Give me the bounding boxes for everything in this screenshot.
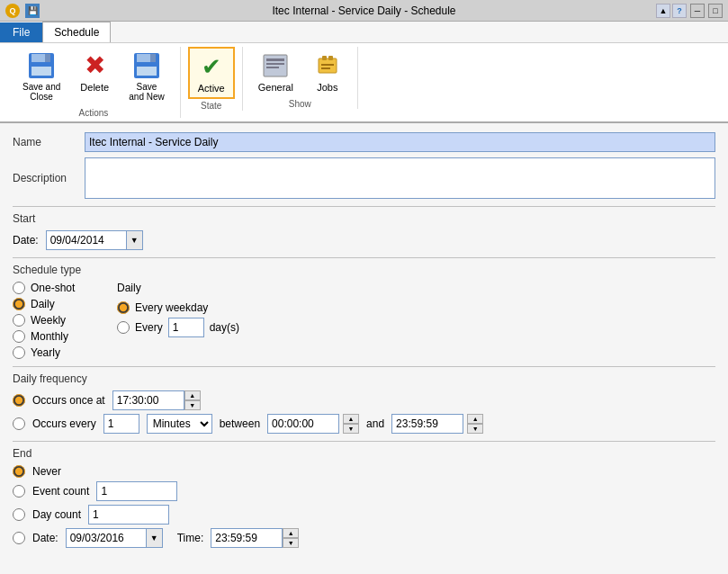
between-start-spin-up[interactable]: ▲ <box>343 414 359 424</box>
svg-rect-3 <box>31 67 51 76</box>
day-count-input[interactable] <box>88 505 169 525</box>
occurs-every-unit-select[interactable]: Minutes Hours Seconds <box>147 414 212 434</box>
form-area: Name Description Start Date: ▼ Schedule … <box>0 123 728 574</box>
end-time-spinner: ▲ ▼ <box>211 528 299 548</box>
svg-rect-10 <box>266 63 284 65</box>
minimize-btn[interactable]: ─ <box>690 4 705 18</box>
active-icon: ✔ <box>197 52 226 81</box>
occurs-once-radio[interactable] <box>13 394 25 407</box>
general-label: General <box>258 82 293 93</box>
every-weekday-radio[interactable] <box>117 301 130 314</box>
svg-rect-16 <box>321 67 330 69</box>
schedule-type-right: Daily Every weekday Every day(s) <box>103 282 239 359</box>
occurs-once-label: Occurs once at <box>32 394 105 407</box>
name-row: Name <box>13 132 715 152</box>
general-button[interactable]: General <box>250 47 301 97</box>
quick-save-icon[interactable]: 💾 <box>25 4 40 18</box>
show-buttons: General Jobs <box>250 47 350 97</box>
occurs-once-spinner-btns: ▲ ▼ <box>184 390 201 410</box>
never-row: Never <box>13 465 715 478</box>
jobs-label: Jobs <box>317 82 337 93</box>
end-date-row: Date: ▼ Time: ▲ ▼ <box>13 528 715 548</box>
type-yearly-radio[interactable] <box>13 346 25 359</box>
save-close-button[interactable]: Save and Close <box>14 47 68 106</box>
delete-button[interactable]: ✖ Delete <box>72 47 117 106</box>
never-radio[interactable] <box>13 465 25 478</box>
day-count-radio[interactable] <box>13 508 25 521</box>
save-new-icon <box>132 51 161 80</box>
type-daily-radio[interactable] <box>13 298 25 310</box>
type-yearly-label: Yearly <box>31 346 60 359</box>
type-monthly-row: Monthly <box>13 330 103 343</box>
occurs-once-row: Occurs once at ▲ ▼ <box>13 390 715 410</box>
start-date-picker-btn[interactable]: ▼ <box>127 230 143 250</box>
every-n-input[interactable] <box>168 318 204 337</box>
state-group-label: State <box>201 101 221 111</box>
title-bar: Q 💾 Itec Internal - Service Daily - Sche… <box>0 0 728 22</box>
occurs-once-spin-up[interactable]: ▲ <box>184 390 201 400</box>
occurs-once-time-input[interactable] <box>112 390 184 410</box>
svg-rect-14 <box>328 56 333 60</box>
type-weekly-radio[interactable] <box>13 314 25 327</box>
svg-rect-5 <box>137 54 151 62</box>
end-date-wrap: ▼ <box>66 528 163 548</box>
end-date-picker-btn[interactable]: ▼ <box>147 528 163 548</box>
tab-schedule[interactable]: Schedule <box>42 22 111 42</box>
name-input[interactable] <box>85 132 715 152</box>
event-count-label: Event count <box>32 485 89 498</box>
svg-rect-13 <box>322 56 327 60</box>
day-count-row: Day count <box>13 505 715 525</box>
nav-up-btn[interactable]: ▲ <box>656 4 670 18</box>
between-end-spin-down[interactable]: ▼ <box>467 424 483 434</box>
actions-buttons: Save and Close ✖ Delete Save and New <box>14 47 173 106</box>
daily-frequency-section: Daily frequency Occurs once at ▲ ▼ Occur… <box>13 372 715 434</box>
end-time-spin-up[interactable]: ▲ <box>283 528 299 538</box>
between-start-input[interactable] <box>267 414 339 434</box>
type-monthly-radio[interactable] <box>13 330 25 343</box>
event-count-radio[interactable] <box>13 485 25 498</box>
jobs-button[interactable]: Jobs <box>305 47 350 97</box>
end-time-spin-down[interactable]: ▼ <box>283 538 299 548</box>
start-date-wrap: ▼ <box>46 230 143 250</box>
start-date-label: Date: <box>13 234 39 247</box>
event-count-input[interactable] <box>96 481 177 501</box>
occurs-every-radio[interactable] <box>13 417 25 430</box>
type-one-shot-row: One-shot <box>13 282 103 294</box>
end-date-input[interactable] <box>66 528 147 548</box>
end-time-input[interactable] <box>211 528 283 548</box>
occurs-every-input[interactable] <box>103 414 139 434</box>
ribbon-group-show: General Jobs Show <box>243 47 358 109</box>
description-row: Description <box>13 157 715 199</box>
type-one-shot-radio[interactable] <box>13 282 25 294</box>
between-start-spin-down[interactable]: ▼ <box>343 424 359 434</box>
nav-help-btn[interactable]: ? <box>672 4 687 18</box>
start-date-input[interactable] <box>46 230 127 250</box>
show-group-label: Show <box>289 99 311 109</box>
save-close-label: Save and Close <box>22 82 60 102</box>
active-button[interactable]: ✔ Active <box>188 47 235 99</box>
between-end-spinner: ▲ ▼ <box>391 414 483 434</box>
end-date-label: Date: <box>32 532 58 544</box>
maximize-btn[interactable]: □ <box>708 4 723 18</box>
ribbon-tabs: File Schedule <box>0 22 728 43</box>
between-start-spinner: ▲ ▼ <box>267 414 359 434</box>
every-n-days-radio[interactable] <box>117 321 130 334</box>
svg-rect-9 <box>266 58 284 61</box>
end-date-radio[interactable] <box>13 532 25 544</box>
occurs-once-time-spinner: ▲ ▼ <box>112 390 201 410</box>
save-new-button[interactable]: Save and New <box>121 47 172 106</box>
type-one-shot-label: One-shot <box>31 282 75 294</box>
never-label: Never <box>32 465 61 478</box>
between-end-input[interactable] <box>391 414 463 434</box>
end-section: End Never Event count Day count Date: ▼ … <box>13 447 715 548</box>
every-n-days-row: Every day(s) <box>117 318 239 337</box>
between-start-btns: ▲ ▼ <box>343 414 359 434</box>
between-end-spin-up[interactable]: ▲ <box>467 414 483 424</box>
description-label: Description <box>13 172 85 184</box>
active-label: Active <box>198 83 225 94</box>
schedule-type-left: One-shot Daily Weekly Monthly Yearly <box>13 282 103 359</box>
schedule-type-section: One-shot Daily Weekly Monthly Yearly Dai… <box>13 282 715 359</box>
description-input[interactable] <box>85 157 715 199</box>
occurs-once-spin-down[interactable]: ▼ <box>184 400 201 410</box>
tab-file[interactable]: File <box>0 22 42 42</box>
